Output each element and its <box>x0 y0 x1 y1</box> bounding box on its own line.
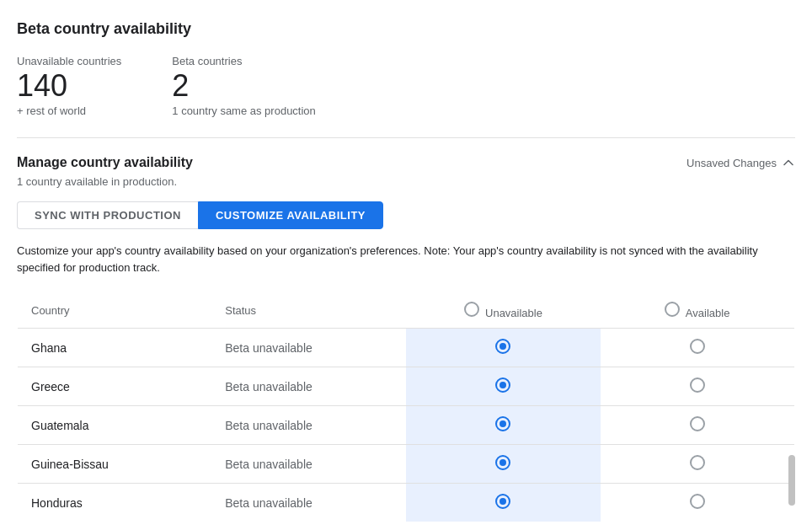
beta-sub: 1 country same as production <box>172 104 316 117</box>
radio-available[interactable] <box>690 339 705 354</box>
radio-unavailable-cell <box>406 445 601 484</box>
radio-unavailable[interactable] <box>495 377 510 393</box>
page-title: Beta country availability <box>17 20 795 38</box>
header-available-radio[interactable] <box>665 302 680 317</box>
radio-unavailable[interactable] <box>495 455 510 470</box>
beta-number: 2 <box>172 71 316 101</box>
page-container: Beta country availability Unavailable co… <box>0 0 812 530</box>
header-unavailable-radio[interactable] <box>464 302 479 317</box>
country-table-wrapper: Country Status Unavailable Available <box>17 292 795 522</box>
beta-label: Beta countries <box>172 55 316 67</box>
radio-unavailable[interactable] <box>495 494 510 509</box>
unavailable-number: 140 <box>17 71 121 101</box>
table-row: GreeceBeta unavailable <box>18 367 795 406</box>
stat-unavailable: Unavailable countries 140 + rest of worl… <box>17 55 121 117</box>
country-table: Country Status Unavailable Available <box>17 292 795 522</box>
production-note: 1 country available in production. <box>17 175 795 188</box>
radio-unavailable[interactable] <box>495 339 510 354</box>
manage-header: Manage country availability Unsaved Chan… <box>17 155 795 170</box>
section-divider <box>17 137 795 138</box>
radio-available-cell <box>601 484 795 522</box>
country-status: Beta unavailable <box>211 329 406 367</box>
unsaved-changes-label: Unsaved Changes <box>686 157 777 169</box>
radio-available[interactable] <box>690 416 705 431</box>
col-header-country: Country <box>18 293 212 329</box>
scrollbar-thumb[interactable] <box>788 455 795 506</box>
radio-available-cell <box>601 329 795 367</box>
collapse-icon[interactable] <box>782 156 795 169</box>
radio-unavailable-cell <box>406 406 601 445</box>
customize-description: Customize your app's country availabilit… <box>17 243 795 276</box>
radio-available-cell <box>601 367 795 406</box>
country-name: Ghana <box>18 329 212 367</box>
country-status: Beta unavailable <box>211 445 406 484</box>
radio-available-cell <box>601 406 795 445</box>
tab-customize-availability[interactable]: CUSTOMIZE AVAILABILITY <box>198 201 383 229</box>
tab-row: SYNC WITH PRODUCTION CUSTOMIZE AVAILABIL… <box>17 201 795 229</box>
table-row: HondurasBeta unavailable <box>18 484 795 522</box>
radio-unavailable-cell <box>406 329 601 367</box>
country-name: Honduras <box>18 484 212 522</box>
tab-sync-with-production[interactable]: SYNC WITH PRODUCTION <box>17 201 198 229</box>
radio-available-cell <box>601 445 795 484</box>
country-status: Beta unavailable <box>211 367 406 406</box>
country-table-body: GhanaBeta unavailableGreeceBeta unavaila… <box>18 329 795 522</box>
col-header-unavailable: Unavailable <box>406 293 601 329</box>
country-name: Guinea-Bissau <box>18 445 212 484</box>
manage-title: Manage country availability <box>17 155 193 170</box>
col-header-available: Available <box>601 293 795 329</box>
table-row: GhanaBeta unavailable <box>18 329 795 367</box>
country-status: Beta unavailable <box>211 406 406 445</box>
stat-beta: Beta countries 2 1 country same as produ… <box>172 55 316 117</box>
radio-unavailable[interactable] <box>495 416 510 431</box>
unavailable-sub: + rest of world <box>17 104 121 117</box>
table-row: GuatemalaBeta unavailable <box>18 406 795 445</box>
stats-row: Unavailable countries 140 + rest of worl… <box>17 55 795 117</box>
col-header-status: Status <box>211 293 406 329</box>
radio-available[interactable] <box>690 377 705 393</box>
table-row: Guinea-BissauBeta unavailable <box>18 445 795 484</box>
radio-available[interactable] <box>690 455 705 470</box>
country-status: Beta unavailable <box>211 484 406 522</box>
country-name: Greece <box>18 367 212 406</box>
radio-available[interactable] <box>690 494 705 509</box>
radio-unavailable-cell <box>406 484 601 522</box>
country-name: Guatemala <box>18 406 212 445</box>
table-header-row: Country Status Unavailable Available <box>18 293 795 329</box>
unavailable-label: Unavailable countries <box>17 55 121 67</box>
unsaved-changes-row: Unsaved Changes <box>686 156 795 169</box>
radio-unavailable-cell <box>406 367 601 406</box>
